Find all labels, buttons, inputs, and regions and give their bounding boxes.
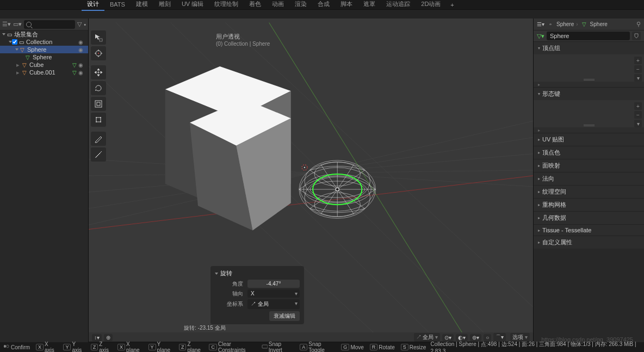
outliner-item-cube[interactable]: ▸ ▽ Cube ▽ ◉	[0, 61, 88, 69]
viewport-scene[interactable]	[89, 18, 533, 351]
eye-icon[interactable]: ◉	[78, 70, 86, 76]
specials-menu-button[interactable]: ▾	[634, 120, 642, 127]
outliner-item-sphere-data[interactable]: ▽ Sphere	[0, 53, 88, 61]
search-icon	[26, 22, 32, 27]
tree-toggle-icon[interactable]: ▸	[15, 61, 21, 69]
vertex-groups-header[interactable]: 顶点组	[534, 42, 644, 54]
mesh-data-icon: ▽▾	[537, 32, 544, 40]
tool-rotate[interactable]	[91, 81, 106, 95]
tissue-section[interactable]: Tissue - Tessellate	[534, 224, 644, 236]
workspace-tab-compositing[interactable]: 合成	[312, 0, 335, 11]
uv-maps-section[interactable]: UV 贴图	[534, 133, 644, 146]
list-resize-grip[interactable]	[584, 125, 595, 126]
outliner-search[interactable]	[24, 20, 75, 29]
workspace-tab-layout[interactable]: 设计	[82, 0, 104, 11]
outliner-header: ☰▾ ▭▾ ▽ •	[0, 18, 88, 30]
filter-dot-icon[interactable]: •	[84, 21, 86, 28]
cube-object-2[interactable]	[190, 99, 291, 230]
shape-keys-expand[interactable]	[534, 127, 644, 133]
vertex-groups-expand[interactable]	[534, 82, 644, 87]
add-item-button[interactable]: +	[634, 57, 642, 64]
workspace-tab-scripting[interactable]: 脚本	[335, 0, 358, 11]
redo-panel[interactable]: 旋转 角度 -4.47° 轴向 X 坐标系 ↗ 全局 衰减编辑	[210, 266, 304, 324]
tool-scale[interactable]	[91, 97, 106, 111]
tree-toggle-icon[interactable]: ▸	[15, 69, 21, 76]
workspace-tab-tracking[interactable]: 运动追踪	[381, 0, 416, 11]
outliner-item-collection[interactable]: ▭ Collection ◉	[0, 38, 88, 46]
watermark-text: https://blog.csdn.net/qq_39097425	[541, 336, 633, 343]
eye-icon[interactable]: ◉	[78, 62, 86, 68]
geometry-data-section[interactable]: 几何数据	[534, 211, 644, 224]
hint-x-axis: XX axis	[36, 341, 57, 352]
tool-measure[interactable]	[91, 147, 106, 162]
specials-menu-button[interactable]: ▾	[634, 74, 642, 82]
pivot-icon[interactable]: ↕▾	[92, 334, 102, 341]
workspace-tab-shading[interactable]: 着色	[244, 0, 267, 11]
transform-status-text: 旋转: -23.15 全局	[184, 324, 226, 332]
tool-annotate[interactable]	[91, 132, 106, 146]
list-resize-grip[interactable]	[584, 79, 595, 81]
eye-icon[interactable]: ◉	[78, 39, 86, 45]
workspace-tab-sculpting[interactable]: 雕刻	[153, 0, 176, 11]
pin-icon[interactable]: ⚲	[636, 21, 641, 28]
normals-section[interactable]: 法向	[534, 172, 644, 185]
outliner-mode-icon[interactable]: ☰▾	[2, 21, 11, 28]
workspace-tab-animation[interactable]: 动画	[267, 0, 289, 11]
orientation-icon[interactable]: ⊕	[104, 334, 113, 341]
shape-keys-header[interactable]: 形态键	[534, 88, 644, 100]
collection-checkbox[interactable]	[12, 39, 17, 45]
tool-select-box[interactable]	[91, 30, 106, 45]
tool-move[interactable]	[91, 65, 106, 79]
workspace-tab-modeling[interactable]: 建模	[131, 0, 153, 11]
hint-y-plane: YY plane	[148, 341, 173, 352]
workspace-tab-rendering[interactable]: 渲染	[289, 0, 312, 11]
space-select[interactable]: ↗ 全局	[247, 299, 300, 309]
workspace-tab-bats[interactable]: BATS	[104, 0, 131, 10]
svg-rect-7	[95, 101, 102, 107]
remove-item-button[interactable]: −	[634, 65, 642, 73]
face-maps-section[interactable]: 面映射	[534, 159, 644, 172]
breadcrumb-data[interactable]: Sphere	[590, 21, 608, 27]
proportional-edit-button[interactable]: 衰减编辑	[269, 311, 300, 321]
modifier-icon: ▽	[71, 61, 78, 68]
remove-item-button[interactable]: −	[634, 111, 642, 119]
angle-value[interactable]: -4.47°	[247, 280, 300, 288]
modifier-icon: ▽	[71, 69, 78, 76]
tool-transform[interactable]	[91, 113, 106, 127]
hint-z-plane: ZZ plane	[179, 341, 203, 352]
breadcrumb-object[interactable]: Sphere	[556, 21, 574, 27]
custom-props-section[interactable]: 自定义属性	[534, 236, 644, 249]
datablock-name-input[interactable]: Sphere	[547, 32, 630, 40]
scene-collection-icon: ▭	[5, 31, 13, 38]
eye-icon[interactable]: ◉	[78, 47, 86, 53]
outliner-item-cube001[interactable]: ▸ ▽ Cube.001 ▽ ◉	[0, 69, 88, 76]
remesh-section[interactable]: 重构网格	[534, 198, 644, 211]
texture-space-section[interactable]: 纹理空间	[534, 185, 644, 198]
outliner-item-sphere[interactable]: ▽ Sphere ◉	[0, 46, 88, 53]
workspace-tab-texture[interactable]: 纹理绘制	[209, 0, 244, 11]
hint-resize: SResize	[401, 344, 426, 350]
outliner-root[interactable]: ▭ 场景集合	[0, 30, 88, 38]
funnel-icon[interactable]: ▽	[77, 21, 82, 28]
fake-user-icon[interactable]	[632, 32, 641, 40]
vertex-colors-section[interactable]: 顶点色	[534, 146, 644, 159]
breadcrumb-scene-icon[interactable]: ☰▾	[537, 21, 544, 27]
workspace-tab-uv[interactable]: UV 编辑	[176, 0, 209, 11]
shape-keys-list[interactable]: + − ▾	[534, 100, 644, 127]
panel-collapse-icon[interactable]	[215, 273, 218, 275]
breadcrumb-object-icon: ▫	[547, 21, 554, 28]
tool-cursor[interactable]	[91, 46, 106, 60]
hint-snap-invert: Snap Invert	[262, 341, 294, 352]
workspace-tab-mask[interactable]: 遮罩	[358, 0, 381, 11]
add-item-button[interactable]: +	[634, 102, 642, 110]
viewport-3d[interactable]: 用户透视 (0) Collection | Sphere	[89, 18, 533, 351]
add-workspace-button[interactable]: +	[446, 2, 458, 8]
workspace-tab-2d[interactable]: 2D动画	[416, 0, 446, 11]
redo-panel-title: 旋转	[220, 269, 232, 277]
vertex-groups-list[interactable]: + − ▾	[534, 54, 644, 82]
outliner-label: Cube	[28, 61, 71, 68]
axis-select[interactable]: X	[247, 289, 300, 298]
status-bar: Confirm XX axis YY axis ZZ axis XX plane…	[0, 342, 644, 352]
outliner-display-icon[interactable]: ▭▾	[13, 21, 22, 28]
object-origin-icon	[336, 188, 339, 191]
